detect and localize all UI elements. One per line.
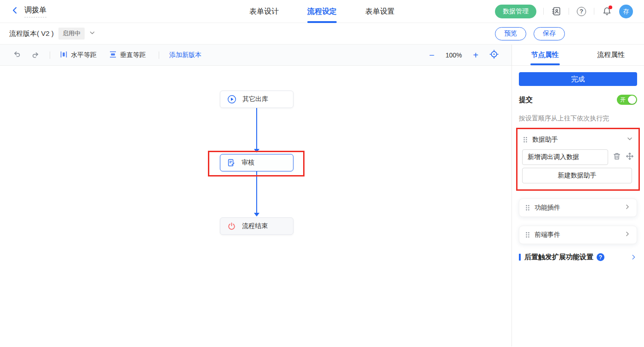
expand-section-button[interactable] xyxy=(624,231,631,239)
tab-flow-properties[interactable]: 流程属性 xyxy=(578,45,644,65)
power-icon xyxy=(227,222,236,231)
horizontal-spacing-label: 水平等距 xyxy=(71,51,97,59)
chevron-right-icon xyxy=(624,231,631,239)
divider xyxy=(569,8,569,15)
zoom-in-button[interactable]: + xyxy=(473,51,478,60)
node-end[interactable]: 流程结束 xyxy=(220,217,293,235)
post-trigger-title: 后置触发扩展功能设置 xyxy=(524,253,593,262)
node-label: 审核 xyxy=(242,159,254,167)
data-assistant-title: 数据助手 xyxy=(532,136,558,144)
notification-bell-icon[interactable] xyxy=(601,6,612,17)
help-icon[interactable]: ? xyxy=(576,6,587,17)
page-title[interactable]: 调拨单 xyxy=(24,6,46,17)
tab-form-config[interactable]: 表单设置 xyxy=(365,0,395,23)
add-version-link[interactable]: 添加新版本 xyxy=(169,51,201,59)
move-button[interactable] xyxy=(625,153,634,162)
version-label: 流程版本( V2 ) xyxy=(9,29,54,38)
done-button[interactable]: 完成 xyxy=(519,72,637,86)
flow-edge xyxy=(256,108,257,149)
undo-button[interactable] xyxy=(13,50,21,60)
submit-label: 提交 xyxy=(519,96,533,104)
divider xyxy=(594,8,594,15)
properties-panel: 节点属性 流程属性 完成 提交 开 按设置顺序从上往下依次执行完 xyxy=(512,45,644,347)
chevron-right-icon xyxy=(630,254,637,261)
frontend-event-section-title: 前端事件 xyxy=(535,231,560,239)
toggle-on-label: 开 xyxy=(620,96,626,104)
address-book-icon[interactable] xyxy=(551,6,562,17)
divider xyxy=(159,51,159,59)
version-dropdown[interactable] xyxy=(89,29,95,38)
post-trigger-settings[interactable]: 后置触发扩展功能设置 ? xyxy=(519,253,637,262)
back-button[interactable] xyxy=(11,6,19,16)
zoom-out-button[interactable]: − xyxy=(429,51,435,60)
notification-badge xyxy=(609,6,612,9)
data-assistant-section: 数据助手 新增调出调入数据 xyxy=(516,128,640,191)
arrowhead-icon xyxy=(254,149,259,153)
flow-canvas[interactable]: 其它出库 审核 xyxy=(0,66,512,347)
redo-icon xyxy=(31,51,40,59)
frontend-event-section-card[interactable]: 前端事件 xyxy=(519,226,637,244)
version-bar: 流程版本( V2 ) 启用中 预览 保存 xyxy=(0,23,644,45)
top-tab-group: 表单设计 流程设定 表单设置 xyxy=(249,0,395,23)
divider xyxy=(50,51,50,59)
delete-button[interactable] xyxy=(612,153,621,162)
submit-toggle[interactable]: 开 xyxy=(617,95,637,105)
trash-icon xyxy=(613,152,621,162)
node-start[interactable]: 其它出库 xyxy=(220,91,293,108)
node-label: 流程结束 xyxy=(242,222,268,230)
node-review[interactable]: 审核 xyxy=(220,154,293,171)
question-help-icon[interactable]: ? xyxy=(597,253,604,261)
toggle-knob xyxy=(628,96,636,104)
tab-node-properties[interactable]: 节点属性 xyxy=(512,45,578,65)
crosshair-icon xyxy=(489,50,499,61)
horizontal-spacing-button[interactable]: 水平等距 xyxy=(60,51,97,59)
drag-handle-icon[interactable] xyxy=(525,205,530,211)
execution-order-hint: 按设置顺序从上往下依次执行完 xyxy=(519,114,637,123)
vertical-distribute-icon xyxy=(109,51,116,59)
preview-button[interactable]: 预览 xyxy=(495,27,526,40)
data-assistant-item[interactable]: 新增调出调入数据 xyxy=(522,149,608,165)
horizontal-distribute-icon xyxy=(60,51,67,59)
arrowhead-icon xyxy=(254,213,259,216)
plugin-section-card[interactable]: 功能插件 xyxy=(519,199,637,217)
play-circle-icon xyxy=(227,95,236,104)
data-manage-button[interactable]: 数据管理 xyxy=(495,5,536,18)
move-arrows-icon xyxy=(626,152,634,162)
plugin-section-title: 功能插件 xyxy=(535,204,560,212)
panel-tab-group: 节点属性 流程属性 xyxy=(512,45,644,66)
flow-edge xyxy=(256,171,257,213)
top-bar: 调拨单 表单设计 流程设定 表单设置 数据管理 ? xyxy=(0,0,644,23)
back-chevron-icon xyxy=(11,6,19,16)
vertical-spacing-label: 垂直等距 xyxy=(120,51,146,59)
save-button[interactable]: 保存 xyxy=(534,27,565,40)
document-edit-icon xyxy=(227,159,236,167)
user-avatar[interactable]: 存 xyxy=(619,5,633,18)
undo-icon xyxy=(13,50,21,60)
collapse-section-button[interactable] xyxy=(627,136,633,144)
chevron-down-icon xyxy=(627,136,633,144)
tab-flow-settings[interactable]: 流程设定 xyxy=(307,0,337,23)
fit-view-button[interactable] xyxy=(489,50,499,61)
vertical-spacing-button[interactable]: 垂直等距 xyxy=(109,51,146,59)
chevron-down-icon xyxy=(89,29,95,38)
zoom-level-value: 100% xyxy=(446,51,462,59)
tab-form-design[interactable]: 表单设计 xyxy=(249,0,279,23)
chevron-right-icon xyxy=(624,204,631,212)
status-badge: 启用中 xyxy=(58,28,85,40)
divider xyxy=(543,8,544,15)
drag-handle-icon[interactable] xyxy=(523,137,528,143)
canvas-toolbar: 水平等距 垂直等距 添加新版本 − 100% + xyxy=(0,45,512,66)
expand-section-button[interactable] xyxy=(624,204,631,212)
app-window: 调拨单 表单设计 流程设定 表单设置 数据管理 ? xyxy=(0,0,644,347)
drag-handle-icon[interactable] xyxy=(525,232,530,238)
new-data-assistant-button[interactable]: 新建数据助手 xyxy=(522,168,632,183)
section-accent-bar xyxy=(519,254,521,261)
node-label: 其它出库 xyxy=(242,95,268,103)
redo-button[interactable] xyxy=(31,51,40,59)
